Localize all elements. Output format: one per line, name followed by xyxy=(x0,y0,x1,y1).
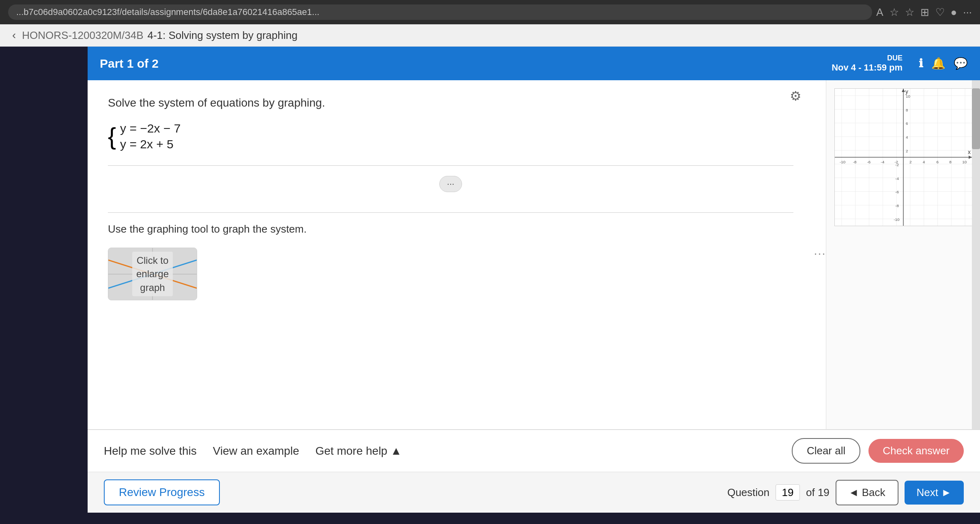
question-number-input[interactable] xyxy=(776,484,800,500)
browser-url[interactable]: ...b7c06d9a0602a0c9123f/details/assignme… xyxy=(8,4,872,20)
vertical-dots-icon: ⋮ xyxy=(813,248,827,261)
browser-icon-profile[interactable]: ● xyxy=(951,6,957,19)
nav-bar: Review Progress Question of 19 ◄ Back Ne… xyxy=(88,472,980,513)
bottom-help-bar: Help me solve this View an example Get m… xyxy=(88,429,980,472)
view-example-link[interactable]: View an example xyxy=(213,445,299,458)
help-me-solve-link[interactable]: Help me solve this xyxy=(104,445,197,458)
question-instruction: Solve the system of equations by graphin… xyxy=(108,96,793,109)
settings-icon[interactable]: ⚙ xyxy=(790,88,802,104)
svg-text:-4: -4 xyxy=(881,160,884,164)
svg-text:-10: -10 xyxy=(894,217,900,222)
main-container: Part 1 of 2 DUE Nov 4 - 11:59 pm ℹ 🔔 💬 ⚙… xyxy=(88,47,980,513)
click-enlarge-text: Click toenlargegraph xyxy=(132,252,173,297)
bell-icon[interactable]: 🔔 xyxy=(931,57,946,70)
equation-2: y = 2x + 5 xyxy=(120,137,181,151)
graph-instruction: Use the graphing tool to graph the syste… xyxy=(108,223,793,235)
check-answer-button[interactable]: Check answer xyxy=(868,439,964,463)
browser-icon-more[interactable]: ··· xyxy=(963,6,972,19)
svg-text:x: x xyxy=(968,149,971,155)
total-questions-text: of 19 xyxy=(806,486,830,499)
assignment-title: 4-1: Solving system by graphing xyxy=(147,29,297,42)
svg-text:-10: -10 xyxy=(839,160,845,164)
scrollbar-thumb[interactable] xyxy=(972,88,980,149)
due-info: DUE Nov 4 - 11:59 pm xyxy=(832,54,903,73)
header-blue: Part 1 of 2 DUE Nov 4 - 11:59 pm ℹ 🔔 💬 xyxy=(88,47,980,80)
question-nav: Question of 19 ◄ Back Next ► xyxy=(727,480,964,505)
left-panel: ⚙ Solve the system of equations by graph… xyxy=(88,80,814,429)
get-more-help-link[interactable]: Get more help ▲ xyxy=(316,445,402,458)
svg-text:4: 4 xyxy=(922,160,925,164)
next-button[interactable]: Next ► xyxy=(905,481,964,505)
svg-text:-8: -8 xyxy=(853,160,856,164)
svg-text:8: 8 xyxy=(905,108,908,112)
question-label-text: Question xyxy=(727,486,769,499)
review-progress-button[interactable]: Review Progress xyxy=(104,479,220,505)
browser-icon-star1[interactable]: ☆ xyxy=(890,6,899,19)
action-buttons: Clear all Check answer xyxy=(792,438,964,464)
svg-text:2: 2 xyxy=(905,149,908,153)
svg-marker-27 xyxy=(969,156,972,159)
content-area: ⚙ Solve the system of equations by graph… xyxy=(88,80,980,429)
svg-text:6: 6 xyxy=(936,160,939,164)
svg-text:-6: -6 xyxy=(895,190,899,194)
svg-text:10: 10 xyxy=(962,160,967,164)
due-label: DUE xyxy=(832,54,903,62)
divider-line xyxy=(108,165,793,166)
equations-lines: y = −2x − 7 y = 2x + 5 xyxy=(120,122,181,151)
svg-text:8: 8 xyxy=(949,160,952,164)
svg-text:-2: -2 xyxy=(895,163,899,167)
clear-all-button[interactable]: Clear all xyxy=(792,438,860,464)
browser-icon-a[interactable]: A xyxy=(876,6,883,19)
brace-symbol: { xyxy=(108,124,116,149)
divider-line-2 xyxy=(108,212,793,213)
assignment-code: HONORS-1200320M/34B xyxy=(22,29,143,42)
expand-button[interactable]: ··· xyxy=(439,176,462,192)
info-icon[interactable]: ℹ xyxy=(919,57,923,70)
top-bar: ‹ HONORS-1200320M/34B 4-1: Solving syste… xyxy=(0,24,980,47)
browser-icons: A ☆ ☆ ⊞ ♡ ● ··· xyxy=(876,6,972,19)
svg-text:4: 4 xyxy=(905,135,908,139)
svg-text:2: 2 xyxy=(909,160,911,164)
svg-text:-4: -4 xyxy=(895,176,899,181)
chat-icon[interactable]: 💬 xyxy=(954,57,968,70)
back-arrow-icon[interactable]: ‹ xyxy=(12,29,16,42)
click-enlarge-box[interactable]: Click toenlargegraph xyxy=(108,248,197,300)
header-icons: ℹ 🔔 💬 xyxy=(919,57,968,70)
scrollbar[interactable] xyxy=(972,80,980,429)
due-date: Nov 4 - 11:59 pm xyxy=(832,62,903,73)
back-button[interactable]: ◄ Back xyxy=(836,480,898,505)
browser-bar: ...b7c06d9a0602a0c9123f/details/assignme… xyxy=(0,0,980,24)
part-label: Part 1 of 2 xyxy=(100,57,159,71)
vertical-separator: ⋮ xyxy=(814,80,826,429)
svg-text:6: 6 xyxy=(905,121,908,126)
graph-panel: 🔍 🔍 ↗ xyxy=(826,80,980,429)
help-links: Help me solve this View an example Get m… xyxy=(104,445,402,458)
svg-text:-8: -8 xyxy=(895,203,899,208)
equation-1: y = −2x − 7 xyxy=(120,122,181,135)
svg-text:-6: -6 xyxy=(867,160,870,164)
svg-text:10: 10 xyxy=(905,94,910,98)
browser-icon-star2[interactable]: ☆ xyxy=(905,6,914,19)
equations-container: { y = −2x − 7 y = 2x + 5 xyxy=(108,122,793,151)
svg-marker-28 xyxy=(902,89,905,92)
browser-icon-grid[interactable]: ⊞ xyxy=(920,6,929,19)
graph-svg[interactable]: x y -10 -8 -6 -4 -2 2 4 6 8 10 10 8 6 4 … xyxy=(834,88,972,226)
browser-icon-heart[interactable]: ♡ xyxy=(935,6,945,19)
